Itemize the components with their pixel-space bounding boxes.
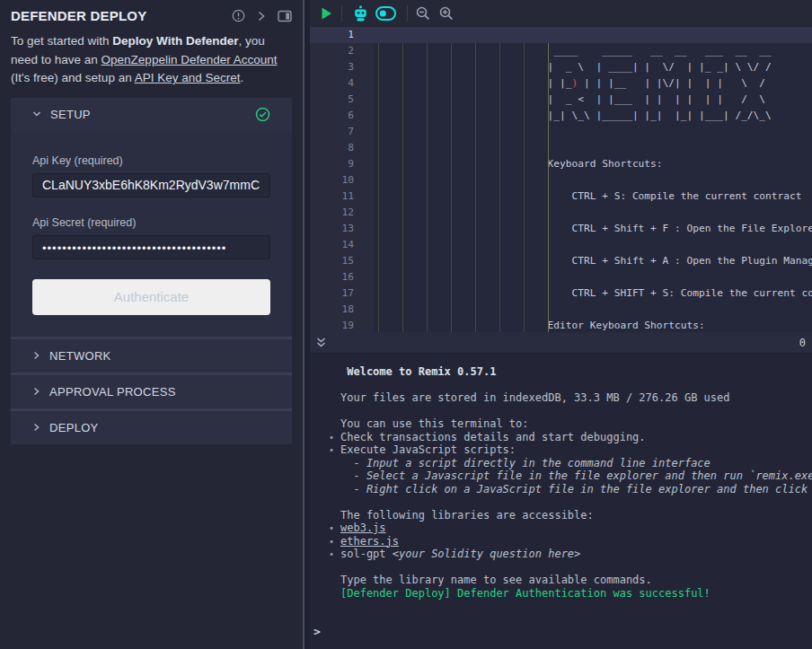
- line-number[interactable]: 16: [310, 269, 374, 285]
- code-text: [374, 140, 378, 156]
- code-text: | _ < | |___ | | | | | | / \: [374, 92, 772, 108]
- line-number[interactable]: 3: [310, 59, 374, 75]
- code-text: | |_) | | |__ | |\/| | | | \ /: [374, 75, 772, 92]
- line-number[interactable]: 6: [310, 108, 374, 124]
- editor-toolbar: [310, 0, 812, 27]
- terminal-line: [Defender Deploy] Defender Authenticatio…: [310, 587, 812, 601]
- code-text: [374, 124, 378, 140]
- editor-line[interactable]: 7: [310, 124, 812, 140]
- editor-line[interactable]: 16: [310, 269, 812, 285]
- intro-text: To get started with Deploy With Defender…: [0, 26, 303, 98]
- deploy-section-header[interactable]: DEPLOY: [11, 411, 292, 444]
- chevron-right-icon[interactable]: [257, 11, 266, 22]
- terminal-prompt[interactable]: >: [310, 626, 812, 639]
- terminal-line: [310, 600, 812, 613]
- line-number[interactable]: 7: [310, 124, 374, 140]
- api-secret-label: Api Secret (required): [32, 216, 270, 229]
- terminal-line: •Execute JavaScript scripts:: [310, 443, 812, 457]
- plugin-header: DEFENDER DEPLOY: [0, 0, 303, 26]
- terminal-line: Your files are stored in indexedDB, 33.3…: [310, 391, 812, 405]
- authenticate-button[interactable]: Authenticate: [32, 279, 270, 315]
- line-number[interactable]: 15: [310, 253, 374, 269]
- terminal-line: The following libraries are accessible:: [310, 509, 812, 522]
- line-number[interactable]: 18: [310, 302, 374, 318]
- remix-ai-icon[interactable]: [353, 5, 368, 22]
- check-circle-icon: [255, 107, 270, 122]
- editor-line[interactable]: 12: [310, 205, 812, 221]
- network-section-header[interactable]: NETWORK: [11, 339, 292, 373]
- editor-line[interactable]: 4 | |_) | | |__ | |\/| | | | \ /: [310, 75, 812, 92]
- toolbar-separator: [407, 5, 408, 22]
- panel-resize-handle[interactable]: [303, 0, 310, 649]
- bullet-icon: •: [329, 444, 334, 458]
- network-section-label: NETWORK: [49, 349, 111, 363]
- bullet-icon: •: [329, 522, 334, 536]
- editor-line[interactable]: 13 CTRL + Shift + F : Open the File Expl…: [310, 221, 812, 237]
- line-number[interactable]: 1: [310, 27, 374, 43]
- editor-line[interactable]: 1: [310, 27, 812, 43]
- api-key-input[interactable]: [32, 173, 270, 197]
- code-text: ____ _____ __ __ ___ __ __: [374, 43, 772, 59]
- setup-section-header[interactable]: SETUP: [11, 98, 292, 131]
- terminal-line: •ethers.js: [310, 535, 812, 548]
- line-number[interactable]: 11: [310, 189, 374, 205]
- editor-line[interactable]: 14: [310, 237, 812, 253]
- editor-line[interactable]: 17 CTRL + SHIFT + S: Compile the current…: [310, 285, 812, 302]
- editor-line[interactable]: 15 CTRL + Shift + A : Open the Plugin Ma…: [310, 253, 812, 269]
- terminal-line: - Input a script directly in the command…: [310, 457, 812, 470]
- code-text: CTRL + SHIFT + S: Compile the current co…: [374, 285, 812, 302]
- remix-ide: DEFENDER DEPLOY To get started with Depl…: [0, 0, 812, 649]
- line-number[interactable]: 4: [310, 75, 374, 92]
- approval-process-section-header[interactable]: APPROVAL PROCESS: [11, 375, 292, 408]
- editor-line[interactable]: 19 Editor Keyboard Shortcuts:: [310, 318, 812, 332]
- editor-line[interactable]: 2 ____ _____ __ __ ___ __ __: [310, 43, 812, 59]
- editor-line[interactable]: 10: [310, 172, 812, 189]
- code-text: CTRL + Shift + F : Open the File Explore…: [374, 221, 812, 237]
- editor-line[interactable]: 11 CTRL + S: Compile the current contrac…: [310, 189, 812, 205]
- editor-line[interactable]: 6 |_| \_\ |_____| |_| |_| |___| /_/\_\: [310, 108, 812, 124]
- code-editor[interactable]: 12 ____ _____ __ __ ___ __ __3 | _ \ | _…: [310, 27, 812, 332]
- editor-line[interactable]: 18: [310, 302, 812, 318]
- terminal-line: Type the library name to see available c…: [310, 574, 812, 587]
- editor-line[interactable]: 5 | _ < | |___ | | | | | | / \: [310, 92, 812, 108]
- line-number[interactable]: 17: [310, 285, 374, 302]
- editor-line[interactable]: 3 | _ \ | ____| | \/ | |_ _| \ \/ /: [310, 59, 812, 75]
- accordion-sections: SETUP Api Key (required) Api Secret (req…: [11, 98, 292, 444]
- line-number[interactable]: 5: [310, 92, 374, 108]
- line-number[interactable]: 13: [310, 221, 374, 237]
- api-secret-input[interactable]: [32, 235, 270, 259]
- line-number[interactable]: 8: [310, 140, 374, 156]
- link-openzeppelin-defender-account[interactable]: OpenZeppelin Defender Account: [102, 53, 278, 66]
- line-number[interactable]: 2: [310, 43, 374, 59]
- editor-line[interactable]: 9 Keyboard Shortcuts:: [310, 156, 812, 172]
- terminal-line: •web3.js: [310, 522, 812, 535]
- chevron-right-icon: [32, 349, 40, 363]
- terminal-line: [310, 561, 812, 574]
- line-number[interactable]: 9: [310, 156, 374, 172]
- zoom-out-icon[interactable]: [416, 6, 430, 21]
- double-chevron-down-icon[interactable]: [315, 337, 327, 349]
- terminal-output[interactable]: Welcome to Remix 0.57.1Your files are st…: [310, 354, 812, 649]
- code-text: [374, 172, 378, 189]
- line-number[interactable]: 19: [310, 318, 374, 332]
- terminal-line: [310, 613, 812, 627]
- side-panel-icon[interactable]: [278, 10, 292, 22]
- editor-line[interactable]: 8: [310, 140, 812, 156]
- code-text: CTRL + S: Compile the current contract: [374, 189, 801, 205]
- zoom-in-icon[interactable]: [439, 6, 454, 21]
- line-number[interactable]: 14: [310, 237, 374, 253]
- chevron-right-icon: [32, 385, 40, 399]
- terminal-link[interactable]: web3.js: [340, 522, 386, 534]
- line-number[interactable]: 12: [310, 205, 374, 221]
- terminal-line: [310, 379, 812, 392]
- terminal-link[interactable]: ethers.js: [340, 535, 399, 548]
- run-script-icon[interactable]: [322, 7, 332, 20]
- code-text: Keyboard Shortcuts:: [374, 156, 663, 172]
- bullet-icon: •: [329, 432, 334, 445]
- line-number[interactable]: 10: [310, 172, 374, 189]
- issues-icon[interactable]: [232, 9, 245, 22]
- intro-mid2: (It's free) and setup an: [11, 71, 135, 84]
- transaction-count-badge: 0: [799, 337, 807, 349]
- toggle-icon[interactable]: [375, 6, 396, 21]
- link-api-key-and-secret[interactable]: API Key and Secret: [135, 71, 241, 84]
